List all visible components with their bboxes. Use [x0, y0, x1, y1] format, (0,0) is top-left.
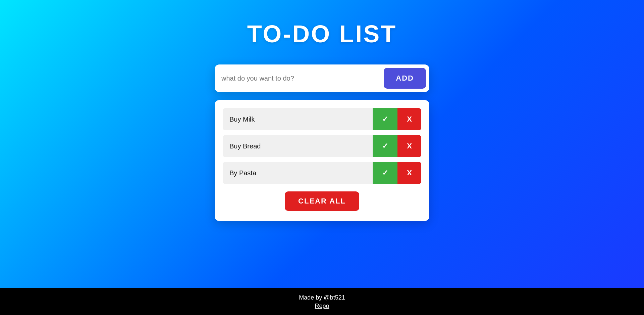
complete-button-2[interactable]: ✓ [373, 135, 397, 157]
input-container: ADD [215, 64, 429, 92]
add-button[interactable]: ADD [384, 68, 426, 89]
footer-made-by: Made by @bt521 [299, 294, 345, 301]
delete-button-3[interactable]: X [397, 162, 421, 184]
task-text-2: Buy Bread [223, 136, 373, 157]
task-input[interactable] [221, 75, 384, 82]
todo-item: By Pasta ✓ X [223, 162, 421, 184]
clear-all-button[interactable]: CLEAR ALL [285, 191, 359, 211]
complete-button-1[interactable]: ✓ [373, 108, 397, 130]
todo-item: Buy Bread ✓ X [223, 135, 421, 157]
footer: Made by @bt521 Repo [0, 288, 644, 315]
main-content: TO-DO LIST ADD Buy Milk ✓ X Buy Bread ✓ … [0, 0, 644, 288]
complete-button-3[interactable]: ✓ [373, 162, 397, 184]
delete-button-2[interactable]: X [397, 135, 421, 157]
task-text-3: By Pasta [223, 163, 373, 184]
delete-button-1[interactable]: X [397, 108, 421, 130]
todo-item: Buy Milk ✓ X [223, 108, 421, 130]
task-text-1: Buy Milk [223, 109, 373, 130]
page-title: TO-DO LIST [247, 20, 397, 48]
task-list: Buy Milk ✓ X Buy Bread ✓ X By Pasta ✓ X … [215, 100, 429, 221]
footer-repo-link[interactable]: Repo [0, 303, 644, 310]
